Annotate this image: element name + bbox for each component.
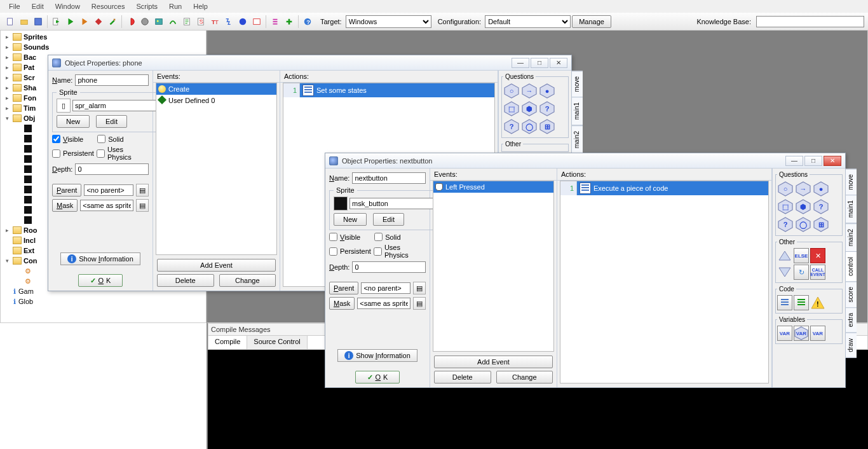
minimize-button[interactable]: — (785, 156, 803, 166)
close-button[interactable]: ✕ (824, 156, 841, 166)
menu-file[interactable]: File (4, 1, 25, 11)
tree-item[interactable]: ▸Sounds (1, 42, 206, 52)
depth-input[interactable] (352, 261, 426, 273)
pacman-icon[interactable] (125, 15, 137, 28)
palette-action-icon[interactable]: ? (813, 198, 829, 215)
palette-action-icon[interactable]: ⬢ (521, 100, 538, 117)
parent-button[interactable]: Parent (52, 184, 81, 197)
compile-tab-compile[interactable]: Compile (208, 336, 247, 349)
palette-action-icon[interactable]: → (521, 83, 538, 99)
palette-action-icon[interactable]: ? (503, 118, 520, 135)
execute-code-icon[interactable] (777, 295, 792, 310)
tab-score[interactable]: score (845, 281, 857, 308)
sprite-new-button[interactable]: New (57, 115, 90, 128)
image-icon[interactable] (153, 15, 165, 28)
path-icon[interactable] (166, 15, 179, 28)
palette-action-icon[interactable]: ⬢ (795, 198, 811, 215)
mask-picker-icon[interactable]: ▤ (413, 297, 426, 310)
menu-resources[interactable]: Resources (86, 1, 130, 11)
action-item[interactable]: 1 Set some states (283, 83, 494, 97)
event-create[interactable]: Create (156, 83, 276, 95)
depth-input[interactable] (75, 163, 149, 175)
stop-x-icon[interactable]: ✕ (810, 248, 825, 263)
mask-input[interactable] (80, 200, 133, 211)
tab-extra[interactable]: extra (845, 307, 857, 333)
name-input[interactable] (75, 74, 149, 86)
build-icon[interactable] (50, 15, 63, 28)
physics-checkbox[interactable] (374, 247, 382, 256)
action-item[interactable]: 1 Execute a piece of code (560, 181, 768, 195)
script-icon[interactable] (180, 15, 193, 28)
else-icon[interactable]: ELSE (794, 248, 809, 263)
parent-input[interactable] (84, 184, 133, 196)
name-input[interactable] (352, 172, 426, 184)
menu-help[interactable]: Help (188, 1, 213, 11)
maximize-button[interactable]: □ (531, 58, 548, 68)
font-icon[interactable]: TT (208, 15, 221, 28)
tab-main1[interactable]: main1 (845, 195, 857, 223)
sprite-edit-button[interactable]: Edit (373, 213, 404, 226)
stop-icon[interactable] (92, 15, 105, 28)
persistent-checkbox[interactable] (329, 247, 337, 256)
play-icon[interactable] (64, 15, 77, 28)
call-event-icon[interactable]: CALLEVENT (810, 265, 825, 280)
minimize-button[interactable]: — (512, 58, 529, 68)
manage-button[interactable]: Manage (572, 15, 611, 28)
show-information-button[interactable]: iShow Information (337, 349, 417, 362)
palette-action-icon[interactable]: ⊞ (539, 118, 555, 135)
menu-scripts[interactable]: Scripts (131, 1, 163, 11)
mask-input[interactable] (357, 298, 410, 309)
sprite-input[interactable] (349, 198, 442, 209)
sprite-input[interactable] (72, 100, 165, 111)
palette-action-icon[interactable]: ? (539, 100, 555, 117)
compile-tab-source-control[interactable]: Source Control (247, 336, 307, 349)
events-list[interactable]: Left Pressed (433, 181, 554, 352)
show-information-button[interactable]: iShow Information (60, 252, 140, 265)
object-icon[interactable] (236, 15, 249, 28)
mask-button[interactable]: Mask (329, 297, 355, 310)
sphere-icon[interactable] (139, 15, 151, 28)
delete-event-button[interactable]: Delete (434, 371, 491, 383)
visible-checkbox[interactable] (52, 135, 60, 143)
add-event-button[interactable]: Add Event (157, 259, 276, 272)
plus-icon[interactable] (283, 15, 295, 28)
config-select[interactable]: Default (485, 15, 571, 28)
execute-script-icon[interactable] (794, 295, 809, 310)
palette-action-icon[interactable]: → (795, 181, 811, 197)
visible-checkbox[interactable] (329, 233, 337, 241)
tab-move[interactable]: move (571, 71, 583, 97)
new-file-icon[interactable] (4, 15, 17, 28)
parent-input[interactable] (361, 282, 410, 294)
var-set-icon[interactable]: VAR (777, 326, 792, 341)
palette-action-icon[interactable]: ⊞ (813, 216, 829, 233)
shader-icon[interactable]: S (194, 15, 207, 28)
close-button[interactable]: ✕ (550, 58, 567, 68)
tree-item[interactable]: ▸Sprites (1, 32, 206, 42)
clean-icon[interactable] (106, 15, 119, 28)
tree-item[interactable]: ℹGlob (1, 296, 206, 307)
help-icon[interactable]: ? (301, 15, 314, 28)
tab-move[interactable]: move (845, 169, 857, 195)
mask-button[interactable]: Mask (52, 199, 78, 212)
target-select[interactable]: Windows (346, 15, 431, 28)
palette-action-icon[interactable]: ⬚ (777, 198, 794, 215)
warning-icon[interactable]: ! (810, 295, 825, 310)
list-icon[interactable] (269, 15, 281, 28)
tab-main2[interactable]: main2 (571, 125, 583, 154)
palette-action-icon[interactable]: ◯ (795, 216, 811, 233)
parent-button[interactable]: Parent (329, 282, 358, 294)
delete-event-button[interactable]: Delete (157, 274, 214, 287)
palette-action-icon[interactable]: ⬚ (503, 100, 520, 117)
sprite-edit-button[interactable]: Edit (96, 115, 127, 128)
palette-action-icon[interactable]: ● (813, 181, 829, 197)
open-icon[interactable] (18, 15, 31, 28)
repeat-icon[interactable]: ↻ (794, 265, 809, 280)
event-user-defined-0[interactable]: User Defined 0 (156, 95, 276, 106)
event-left-pressed[interactable]: Left Pressed (433, 181, 553, 193)
physics-checkbox[interactable] (97, 149, 105, 158)
room-icon[interactable] (250, 15, 263, 28)
add-event-button[interactable]: Add Event (434, 356, 553, 368)
kb-input[interactable] (756, 16, 864, 27)
solid-checkbox[interactable] (97, 135, 105, 143)
save-icon[interactable] (32, 15, 44, 28)
